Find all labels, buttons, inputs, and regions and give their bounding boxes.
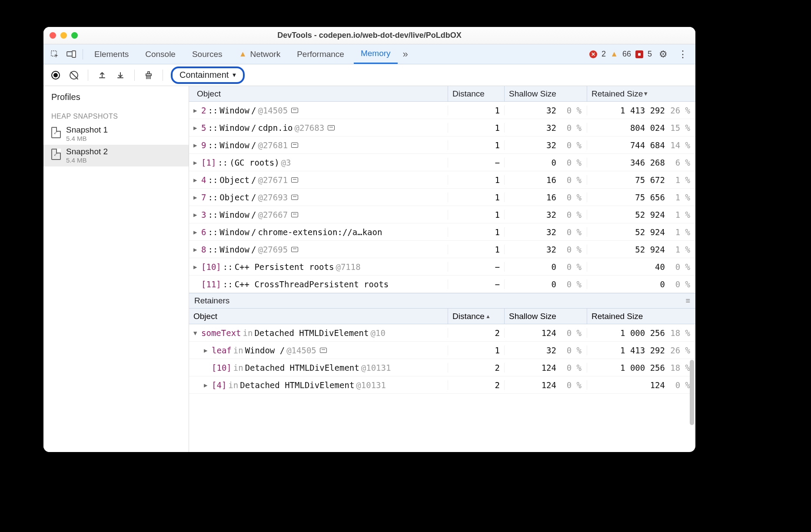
- perspective-dropdown[interactable]: Containment ▼: [171, 66, 245, 84]
- table-row[interactable]: ▶ 9 :: Window / @27681 1320 %744 68414 %: [189, 136, 695, 154]
- object-table-body[interactable]: ▶ 2 :: Window / @14505 1320 %1 413 29226…: [189, 102, 695, 293]
- snapshot-file-icon: [51, 149, 61, 160]
- tab-performance[interactable]: Performance: [290, 44, 351, 64]
- retainers-table-header: Object Distance Shallow Size Retained Si…: [189, 309, 695, 324]
- retainers-section-header: Retainers ≡: [189, 293, 695, 309]
- collect-garbage-icon[interactable]: [143, 69, 155, 81]
- window-icon: [320, 348, 327, 353]
- ret-col-retained[interactable]: Retained Size: [587, 309, 695, 324]
- table-row[interactable]: ▶ [1] :: (GC roots) @3−00 %346 2686 %: [189, 154, 695, 171]
- table-row[interactable]: [11] :: C++ CrossThreadPersistent roots−…: [189, 276, 695, 293]
- table-row[interactable]: ▶ [4] in Detached HTMLDivElement @101312…: [189, 376, 695, 394]
- dropdown-caret-icon: ▼: [231, 72, 237, 78]
- col-object[interactable]: Object: [193, 86, 448, 101]
- inspect-element-icon[interactable]: [48, 47, 62, 61]
- export-icon[interactable]: [96, 69, 108, 81]
- scrollbar-thumb[interactable]: [690, 360, 694, 425]
- col-distance[interactable]: Distance: [448, 86, 504, 101]
- snapshot-item-1[interactable]: Snapshot 15.4 MB: [43, 123, 189, 145]
- titlebar: DevTools - codepen.io/web-dot-dev/live/P…: [43, 27, 695, 44]
- more-options-icon[interactable]: ⋮: [675, 49, 691, 60]
- table-row[interactable]: [10] in Detached HTMLDivElement @1013121…: [189, 359, 695, 376]
- settings-gear-icon[interactable]: ⚙: [656, 49, 670, 60]
- issue-badge-icon[interactable]: ■: [635, 50, 643, 58]
- retainers-menu-icon[interactable]: ≡: [685, 296, 690, 306]
- object-table-header: Object Distance Shallow Size Retained Si…: [189, 86, 695, 102]
- table-row[interactable]: ▶ 5 :: Window / cdpn.io @27683 1320 %804…: [189, 119, 695, 136]
- warning-icon: ▲: [239, 50, 247, 59]
- warning-count: 66: [622, 50, 631, 59]
- window-title: DevTools - codepen.io/web-dot-dev/live/P…: [43, 31, 695, 40]
- window-icon: [291, 177, 298, 183]
- table-row[interactable]: ▶ 8 :: Window / @27695 1320 %52 9241 %: [189, 241, 695, 258]
- main-panel: Object Distance Shallow Size Retained Si…: [189, 86, 695, 452]
- table-row[interactable]: ▶ 2 :: Window / @14505 1320 %1 413 29226…: [189, 102, 695, 119]
- memory-toolbar: Containment ▼: [43, 64, 695, 86]
- table-row[interactable]: ▶ 3 :: Window / @27667 1320 %52 9241 %: [189, 206, 695, 223]
- window-icon: [291, 108, 298, 113]
- retainers-table-body[interactable]: ▼ someText in Detached HTMLDivElement @1…: [189, 324, 695, 394]
- table-row[interactable]: ▶ 6 :: Window / chrome-extension://a…kao…: [189, 223, 695, 241]
- table-row[interactable]: ▶ 7 :: Object / @27693 1160 %75 6561 %: [189, 189, 695, 206]
- close-window-button[interactable]: [50, 32, 56, 39]
- maximize-window-button[interactable]: [71, 32, 78, 39]
- error-count: 2: [602, 50, 606, 59]
- table-row[interactable]: ▶ leaf in Window / @14505 1320 %1 413 29…: [189, 342, 695, 359]
- tab-memory[interactable]: Memory: [354, 44, 398, 64]
- clear-button[interactable]: [68, 69, 80, 81]
- col-shallow[interactable]: Shallow Size: [504, 86, 587, 101]
- tab-network[interactable]: ▲Network: [232, 44, 288, 64]
- error-badge-icon[interactable]: ✕: [589, 50, 597, 58]
- device-toolbar-icon[interactable]: [64, 47, 78, 61]
- snapshot-file-icon: [51, 127, 61, 138]
- table-row[interactable]: ▶ [10] :: C++ Persistent roots @7118−00 …: [189, 258, 695, 276]
- snapshot-item-2[interactable]: Snapshot 25.4 MB: [43, 145, 189, 166]
- record-button[interactable]: [50, 69, 62, 81]
- window-icon: [291, 143, 298, 148]
- more-tabs-icon[interactable]: »: [400, 49, 411, 60]
- window-icon: [291, 195, 298, 200]
- devtools-window: DevTools - codepen.io/web-dot-dev/live/P…: [43, 27, 695, 452]
- svg-rect-4: [148, 72, 150, 74]
- warning-badge-icon[interactable]: ▲: [610, 50, 618, 59]
- tab-sources[interactable]: Sources: [185, 44, 229, 64]
- tab-elements[interactable]: Elements: [87, 44, 136, 64]
- ret-col-shallow[interactable]: Shallow Size: [504, 309, 587, 324]
- svg-rect-2: [72, 51, 76, 57]
- table-row[interactable]: ▶ 4 :: Object / @27671 1160 %75 6721 %: [189, 171, 695, 189]
- profiles-heading: Profiles: [43, 86, 189, 108]
- tabstrip: Elements Console Sources ▲Network Perfor…: [43, 44, 695, 64]
- ret-col-object[interactable]: Object: [189, 309, 448, 324]
- col-retained[interactable]: Retained Size: [587, 86, 695, 101]
- window-icon: [291, 212, 298, 217]
- window-controls: [50, 32, 78, 39]
- issue-count: 5: [648, 50, 652, 59]
- tab-console[interactable]: Console: [138, 44, 183, 64]
- window-icon: [328, 125, 335, 130]
- ret-col-distance[interactable]: Distance: [448, 309, 504, 324]
- heap-snapshots-group-label: HEAP SNAPSHOTS: [43, 108, 189, 123]
- profiles-sidebar: Profiles HEAP SNAPSHOTS Snapshot 15.4 MB…: [43, 86, 189, 452]
- import-icon[interactable]: [114, 69, 126, 81]
- minimize-window-button[interactable]: [60, 32, 67, 39]
- table-row[interactable]: ▼ someText in Detached HTMLDivElement @1…: [189, 324, 695, 342]
- window-icon: [291, 247, 298, 252]
